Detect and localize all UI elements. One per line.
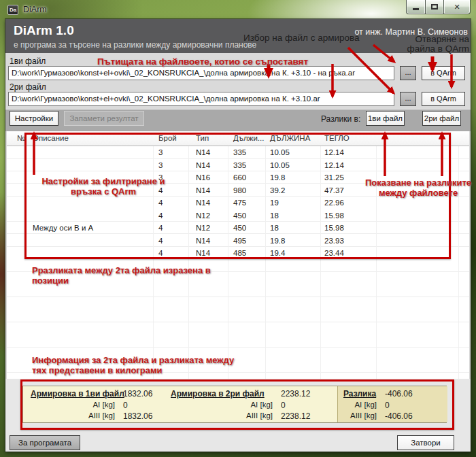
file2-open-qarm-button[interactable]: в QArm <box>422 92 465 106</box>
diff-in-label: Разлики в: <box>321 114 360 124</box>
annotation-rect-summary <box>20 379 454 430</box>
annotation-open-in-qarm: Отваряне на файла в QArm <box>393 35 469 54</box>
maximize-button[interactable] <box>425 0 444 14</box>
annotation-choose-file: Избор на файл с армирова <box>243 33 360 43</box>
annotation-show-differences: Показване на разликите между файловете <box>364 177 473 198</box>
file2-path-input[interactable]: D:\work\Гурмазово\konst+el+ovki\_02_KONS… <box>8 92 394 106</box>
diff-file2-button[interactable]: 2ри файл <box>422 111 461 126</box>
page-title: DiArm 1.0 <box>14 23 74 38</box>
minimize-icon <box>413 8 419 10</box>
annotation-diff-positions: Рразликата между 2та файла изразена в по… <box>32 265 214 286</box>
file2-label: 2ри файл <box>10 82 46 92</box>
window-title: DiArm <box>23 5 47 14</box>
annotation-filter-settings: Настройки за филтриране и връзка с QArm <box>39 176 168 197</box>
app-icon: Da <box>7 5 18 15</box>
desktop-background: Da DiArm ✕ DiArm 1.0 е програма за търсе… <box>0 0 476 457</box>
minimize-button[interactable] <box>406 0 426 14</box>
settings-button[interactable]: Настройки <box>10 111 58 126</box>
diff-file1-button[interactable]: 1ви файл <box>366 111 405 126</box>
title-bar[interactable]: Da DiArm ✕ <box>0 0 476 19</box>
about-button[interactable]: За програмата <box>10 435 80 450</box>
close-icon: ✕ <box>454 3 460 12</box>
maximize-icon <box>431 4 438 10</box>
save-result-button: Запамети резултат <box>64 111 144 126</box>
close-button[interactable]: ✕ <box>443 0 471 14</box>
annotation-file-paths: Пътищата на файлвоете, котио се съпостав… <box>97 56 308 67</box>
file2-browse-button[interactable]: ... <box>400 92 416 106</box>
annotation-info-kilograms: Информация за 2та файла и разликата межд… <box>32 355 236 375</box>
file1-browse-button[interactable]: ... <box>400 66 416 80</box>
close-app-button[interactable]: Затвори <box>397 435 454 450</box>
file1-open-qarm-button[interactable]: в QArm <box>422 66 465 80</box>
file1-path-input[interactable]: D:\work\Гурмазово\konst+el+ovki\_02_KONS… <box>8 66 394 80</box>
file1-label: 1ви файл <box>10 56 46 66</box>
app-subtitle: е програма за търсене на разлики между а… <box>14 40 256 50</box>
window-controls: ✕ <box>407 0 471 14</box>
